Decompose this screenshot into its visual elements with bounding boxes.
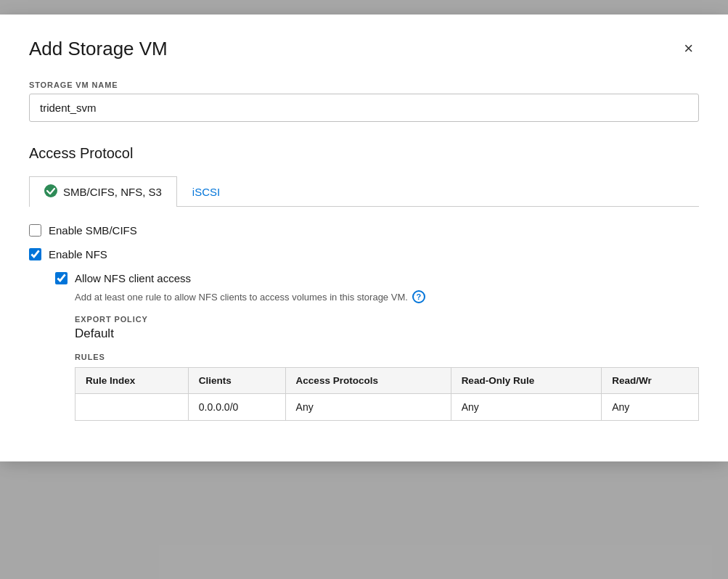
access-protocol-title: Access Protocol [29, 145, 699, 162]
export-policy-value: Default [75, 327, 699, 341]
col-read-only-rule: Read-Only Rule [451, 368, 602, 394]
col-read-write: Read/Wr [602, 368, 699, 394]
enable-nfs-row: Enable NFS [29, 248, 699, 260]
enable-smb-cifs-row: Enable SMB/CIFS [29, 224, 699, 237]
col-rule-index: Rule Index [75, 368, 189, 394]
cell-read-write: Any [602, 394, 699, 421]
tab-check-icon [44, 184, 57, 200]
storage-vm-name-input[interactable] [29, 94, 699, 122]
rules-table: Rule Index Clients Access Protocols Read… [75, 367, 699, 421]
allow-nfs-hint: Add at least one rule to allow NFS clien… [75, 290, 699, 303]
access-protocol-section: Access Protocol SMB/CIFS, NFS, S3 iSCSI [29, 145, 699, 421]
col-access-protocols: Access Protocols [285, 368, 451, 394]
add-storage-vm-modal: Add Storage VM × STORAGE VM NAME Access … [0, 15, 728, 461]
tab-iscsi[interactable]: iSCSI [177, 176, 235, 207]
help-icon[interactable]: ? [412, 290, 425, 303]
export-policy-section: EXPORT POLICY Default RULES Rule Index C… [75, 315, 699, 421]
allow-nfs-access-label[interactable]: Allow NFS client access [75, 272, 191, 284]
protocol-tabs: SMB/CIFS, NFS, S3 iSCSI [29, 176, 699, 207]
tab-content-smb-nfs-s3: Enable SMB/CIFS Enable NFS Allow NFS cli… [29, 224, 699, 421]
cell-read-only-rule: Any [451, 394, 602, 421]
enable-nfs-label[interactable]: Enable NFS [49, 248, 107, 260]
enable-smb-cifs-label[interactable]: Enable SMB/CIFS [49, 224, 137, 237]
tab-smb-nfs-s3[interactable]: SMB/CIFS, NFS, S3 [29, 176, 177, 207]
modal-header: Add Storage VM × [29, 38, 699, 60]
col-clients: Clients [188, 368, 285, 394]
storage-vm-name-label: STORAGE VM NAME [29, 81, 699, 89]
rules-label: RULES [75, 353, 699, 361]
table-row: 0.0.0.0/0 Any Any Any [75, 394, 699, 421]
tab-iscsi-label: iSCSI [192, 186, 220, 198]
close-button[interactable]: × [678, 38, 699, 59]
cell-rule-index [75, 394, 189, 421]
enable-nfs-checkbox[interactable] [29, 248, 41, 260]
nfs-subsection: Allow NFS client access Add at least one… [55, 272, 699, 421]
modal-overlay: Add Storage VM × STORAGE VM NAME Access … [0, 0, 728, 579]
allow-nfs-access-checkbox[interactable] [55, 272, 68, 284]
cell-clients: 0.0.0.0/0 [188, 394, 285, 421]
cell-access-protocols: Any [285, 394, 451, 421]
enable-smb-cifs-checkbox[interactable] [29, 224, 41, 237]
modal-title: Add Storage VM [29, 38, 168, 60]
export-policy-label: EXPORT POLICY [75, 315, 699, 324]
tab-smb-nfs-s3-label: SMB/CIFS, NFS, S3 [63, 186, 162, 198]
allow-nfs-access-row: Allow NFS client access [55, 272, 699, 284]
table-header-row: Rule Index Clients Access Protocols Read… [75, 368, 699, 394]
allow-nfs-hint-text: Add at least one rule to allow NFS clien… [75, 292, 408, 303]
storage-vm-name-field: STORAGE VM NAME [29, 81, 699, 122]
svg-point-0 [44, 184, 57, 197]
